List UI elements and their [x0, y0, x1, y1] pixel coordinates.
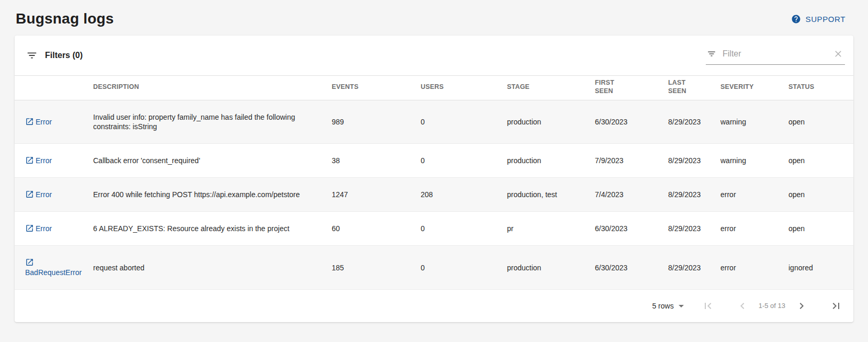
- rows-per-page-label: 5 rows: [652, 302, 673, 310]
- last-seen-cell: 8/29/2023: [668, 178, 720, 212]
- first-page-icon: [702, 300, 714, 312]
- table-header-row: DESCRIPTION EVENTS USERS STAGE FIRST SEE…: [15, 76, 853, 100]
- last-seen-cell: 8/29/2023: [668, 143, 720, 177]
- status-cell: open: [788, 212, 853, 246]
- next-page-button[interactable]: [795, 299, 808, 313]
- status-cell: ignored: [788, 246, 853, 289]
- open-in-new-icon: [25, 156, 34, 165]
- severity-cell: warning: [720, 100, 788, 143]
- severity-cell: error: [720, 178, 788, 212]
- open-in-new-icon: [25, 224, 34, 233]
- last-seen-cell: 8/29/2023: [668, 212, 720, 246]
- status-cell: open: [788, 143, 853, 177]
- first-seen-cell: 6/30/2023: [595, 246, 668, 289]
- clear-filter-button[interactable]: [832, 48, 844, 60]
- header-status: STATUS: [788, 76, 853, 100]
- table-row: Error 6 ALREADY_EXISTS: Resource already…: [15, 212, 853, 246]
- description-cell: Error 400 while fetching POST https://ap…: [93, 190, 323, 199]
- stage-cell: production, test: [507, 178, 595, 212]
- page-title: Bugsnag logs: [16, 10, 114, 27]
- events-cell: 60: [332, 212, 421, 246]
- events-cell: 185: [332, 246, 421, 289]
- error-link[interactable]: Error: [25, 156, 52, 165]
- open-in-new-icon: [25, 117, 34, 126]
- header-first-seen: FIRST SEEN: [595, 76, 668, 100]
- rows-per-page-select[interactable]: 5 rows: [652, 300, 687, 312]
- chevron-left-icon: [736, 300, 749, 312]
- description-cell: 6 ALREADY_EXISTS: Resource already exist…: [93, 224, 323, 233]
- stage-cell: production: [507, 100, 595, 143]
- stage-cell: production: [507, 246, 595, 289]
- first-page-button[interactable]: [701, 299, 715, 313]
- chevron-down-icon: [675, 300, 687, 312]
- table-row: BadRequestError request aborted 185 0 pr…: [15, 246, 853, 289]
- filter-list-icon: [26, 50, 38, 61]
- filter-bar: Filters (0): [15, 36, 853, 76]
- last-seen-cell: 8/29/2023: [668, 100, 720, 143]
- users-cell: 0: [421, 100, 507, 143]
- users-cell: 0: [421, 143, 507, 177]
- open-in-new-icon: [25, 258, 34, 267]
- status-cell: open: [788, 100, 853, 143]
- header-users: USERS: [421, 76, 507, 100]
- error-link-label: Error: [36, 118, 52, 126]
- error-link[interactable]: Error: [25, 118, 52, 126]
- error-link-label: Error: [36, 224, 52, 233]
- last-page-button[interactable]: [829, 299, 843, 313]
- header-description: DESCRIPTION: [93, 76, 332, 100]
- filter-input-icon: [707, 49, 716, 59]
- filters-toggle[interactable]: Filters (0): [26, 50, 83, 61]
- chevron-right-icon: [795, 300, 808, 312]
- status-cell: open: [788, 178, 853, 212]
- error-link[interactable]: Error: [25, 224, 52, 233]
- filter-input[interactable]: [722, 49, 827, 59]
- page-header: Bugsnag logs SUPPORT: [0, 0, 868, 36]
- last-page-icon: [830, 300, 842, 312]
- error-link-label: BadRequestError: [25, 268, 82, 277]
- first-seen-cell: 7/4/2023: [595, 178, 668, 212]
- error-link-label: Error: [36, 190, 52, 199]
- users-cell: 0: [421, 246, 507, 289]
- open-in-new-icon: [25, 190, 34, 199]
- header-events: EVENTS: [332, 76, 421, 100]
- error-link[interactable]: Error: [25, 190, 52, 199]
- support-link[interactable]: SUPPORT: [791, 14, 846, 24]
- stage-cell: production: [507, 143, 595, 177]
- error-link-label: Error: [36, 156, 52, 165]
- error-link[interactable]: BadRequestError: [25, 258, 82, 276]
- filters-label: Filters (0): [45, 51, 83, 60]
- filter-field: [706, 46, 845, 65]
- first-seen-cell: 6/30/2023: [595, 212, 668, 246]
- events-cell: 989: [332, 100, 421, 143]
- events-cell: 38: [332, 143, 421, 177]
- pagination: 5 rows 1-5 of 13: [15, 290, 853, 322]
- events-cell: 1247: [332, 178, 421, 212]
- description-cell: Invalid user info: property family_name …: [93, 112, 323, 131]
- last-seen-cell: 8/29/2023: [668, 246, 720, 289]
- severity-cell: error: [720, 212, 788, 246]
- table-row: Error Invalid user info: property family…: [15, 100, 853, 143]
- page-range-label: 1-5 of 13: [759, 302, 785, 310]
- support-label: SUPPORT: [806, 15, 846, 24]
- previous-page-button[interactable]: [736, 299, 749, 313]
- description-cell: Callback error 'consent_required': [93, 156, 323, 165]
- stage-cell: pr: [507, 212, 595, 246]
- close-icon: [833, 49, 843, 59]
- table-row: Error Error 400 while fetching POST http…: [15, 178, 853, 212]
- table-row: Error Callback error 'consent_required' …: [15, 143, 853, 177]
- header-last-seen: LAST SEEN: [668, 76, 720, 100]
- logs-card: Filters (0) DESCRIPTION EVENTS USERS STA…: [15, 36, 853, 322]
- help-icon: [791, 14, 801, 24]
- users-cell: 0: [421, 212, 507, 246]
- header-stage: STAGE: [507, 76, 595, 100]
- users-cell: 208: [421, 178, 507, 212]
- first-seen-cell: 7/9/2023: [595, 143, 668, 177]
- first-seen-cell: 6/30/2023: [595, 100, 668, 143]
- header-link: [15, 76, 93, 100]
- description-cell: request aborted: [93, 263, 323, 272]
- header-severity: SEVERITY: [720, 76, 788, 100]
- severity-cell: warning: [720, 143, 788, 177]
- logs-table: DESCRIPTION EVENTS USERS STAGE FIRST SEE…: [15, 76, 853, 290]
- severity-cell: error: [720, 246, 788, 289]
